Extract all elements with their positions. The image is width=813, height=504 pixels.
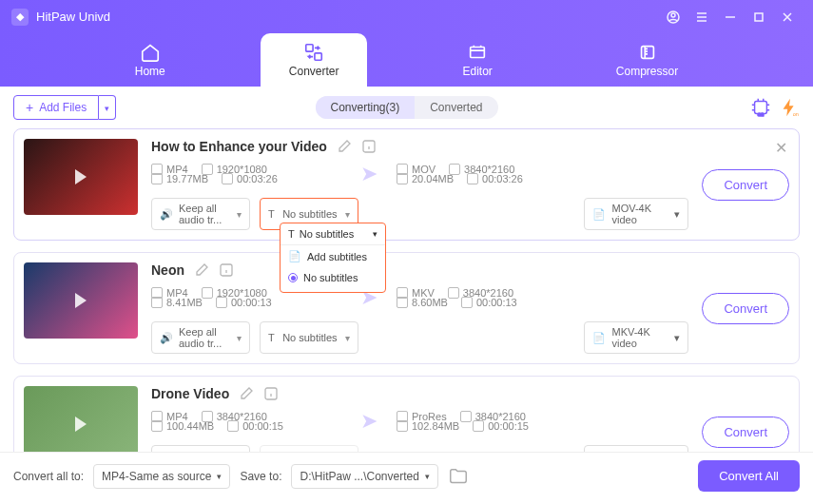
- add-subtitles-option[interactable]: 📄Add subtitles: [281, 245, 385, 267]
- dst-size: 102.84MB: [412, 420, 459, 432]
- status-tabs: Converting(3) Converted: [315, 96, 497, 119]
- file-title: How to Enhance your Video: [151, 139, 327, 154]
- arrow-icon: ➤: [360, 409, 377, 434]
- audio-select[interactable]: 🔊Keep all audio tr...▾: [151, 198, 250, 230]
- thumbnail[interactable]: [24, 386, 138, 452]
- tab-converting[interactable]: Converting(3): [315, 96, 415, 119]
- play-icon: [75, 417, 87, 432]
- convert-button[interactable]: Convert: [702, 169, 789, 201]
- main-nav: Home Converter Editor Compressor: [0, 33, 813, 87]
- info-icon[interactable]: [361, 139, 377, 154]
- tab-converted[interactable]: Converted: [415, 96, 497, 119]
- no-subtitles-option[interactable]: No subtitles: [281, 267, 385, 288]
- audio-select[interactable]: 🔊No audio track▾: [151, 445, 250, 452]
- dst-duration: 00:00:15: [488, 420, 529, 432]
- svg-rect-6: [641, 47, 653, 59]
- edit-icon[interactable]: [194, 262, 209, 278]
- src-size: 19.77MB: [166, 173, 208, 184]
- dst-size: 20.04MB: [412, 173, 454, 184]
- file-title: Drone Video: [151, 386, 229, 401]
- footer-bar: Convert all to: MP4-Same as source▾ Save…: [0, 452, 813, 499]
- svg-rect-5: [471, 48, 485, 58]
- dst-duration: 00:03:26: [482, 173, 523, 184]
- info-icon[interactable]: [263, 386, 279, 401]
- src-size: 100.44MB: [166, 420, 214, 432]
- maximize-icon[interactable]: [745, 3, 773, 31]
- subtitle-dropdown-header: TNo subtitles▾: [281, 223, 385, 245]
- remove-icon[interactable]: ✕: [775, 139, 787, 157]
- output-format-select[interactable]: 📄ProRes-4K video▾: [584, 445, 688, 452]
- svg-rect-3: [306, 45, 313, 51]
- open-folder-icon[interactable]: [448, 466, 469, 487]
- arrow-icon: ➤: [360, 162, 377, 186]
- nav-label: Home: [135, 65, 165, 78]
- info-icon[interactable]: [219, 262, 234, 278]
- edit-icon[interactable]: [337, 139, 352, 154]
- compressor-icon: [637, 42, 658, 63]
- thumbnail[interactable]: [24, 262, 138, 339]
- svg-text:on: on: [793, 111, 799, 117]
- convert-button[interactable]: Convert: [702, 293, 789, 324]
- nav-home[interactable]: Home: [106, 33, 194, 87]
- toolbar: +Add Files ▾ Converting(3) Converted on …: [0, 87, 813, 128]
- subtitle-select[interactable]: TNo subtitles▾: [260, 321, 358, 354]
- src-duration: 00:00:13: [231, 297, 272, 308]
- file-list: ✕ How to Enhance your Video MP4 1920*108…: [0, 128, 813, 452]
- lightning-icon[interactable]: on: [779, 97, 800, 118]
- minimize-icon[interactable]: [716, 3, 745, 31]
- editor-icon: [467, 42, 488, 63]
- title-bar: ◆ HitPaw Univd: [0, 0, 813, 33]
- src-duration: 00:03:26: [237, 173, 278, 184]
- convert-all-select[interactable]: MP4-Same as source▾: [93, 464, 230, 489]
- convert-all-button[interactable]: Convert All: [698, 460, 800, 492]
- thumbnail[interactable]: [24, 139, 138, 215]
- svg-text:on: on: [758, 111, 764, 117]
- file-card: Drone Video MP4 3840*2160 100.44MB 00:00…: [13, 376, 800, 452]
- gpu-accel-icon[interactable]: on: [750, 97, 771, 118]
- play-icon: [75, 169, 87, 184]
- add-files-label: Add Files: [39, 101, 87, 114]
- nav-converter[interactable]: Converter: [261, 33, 368, 87]
- svg-point-1: [671, 13, 675, 17]
- add-files-dropdown[interactable]: ▾: [99, 95, 116, 120]
- menu-icon[interactable]: [687, 3, 716, 31]
- save-to-select[interactable]: D:\HitPaw ...\Converted▾: [291, 464, 437, 489]
- nav-label: Editor: [462, 65, 492, 78]
- output-format-select[interactable]: 📄MKV-4K video▾: [584, 321, 688, 354]
- svg-rect-2: [755, 13, 763, 21]
- src-size: 8.41MB: [166, 297, 203, 308]
- nav-label: Compressor: [616, 65, 678, 78]
- output-format-select[interactable]: 📄MOV-4K video▾: [584, 198, 688, 230]
- converter-icon: [303, 42, 324, 63]
- home-icon: [140, 42, 161, 63]
- subtitle-dropdown: TNo subtitles▾ 📄Add subtitles No subtitl…: [280, 223, 386, 293]
- app-title: HitPaw Univd: [36, 10, 659, 24]
- dst-size: 8.60MB: [412, 297, 448, 308]
- nav-editor[interactable]: Editor: [434, 33, 520, 87]
- subtitle-select[interactable]: TNo subtitles▾: [260, 445, 358, 452]
- svg-rect-4: [315, 53, 321, 60]
- src-duration: 00:00:15: [242, 420, 283, 432]
- app-logo: ◆: [11, 9, 29, 26]
- save-to-label: Save to:: [240, 470, 281, 483]
- convert-all-label: Convert all to:: [13, 470, 84, 483]
- close-icon[interactable]: [773, 3, 802, 31]
- play-icon: [75, 293, 87, 308]
- nav-label: Converter: [289, 65, 339, 78]
- dst-duration: 00:00:13: [476, 297, 517, 308]
- audio-select[interactable]: 🔊Keep all audio tr...▾: [151, 321, 250, 354]
- radio-icon: [288, 273, 298, 282]
- account-icon[interactable]: [659, 3, 687, 31]
- nav-compressor[interactable]: Compressor: [588, 33, 707, 87]
- edit-icon[interactable]: [239, 386, 254, 401]
- file-title: Neon: [151, 262, 184, 278]
- add-files-button[interactable]: +Add Files ▾: [13, 95, 116, 120]
- file-card: ✕ How to Enhance your Video MP4 1920*108…: [13, 128, 800, 241]
- file-card: Neon MP4 1920*1080 8.41MB 00:00:13 ➤: [13, 252, 800, 364]
- convert-button[interactable]: Convert: [702, 417, 789, 448]
